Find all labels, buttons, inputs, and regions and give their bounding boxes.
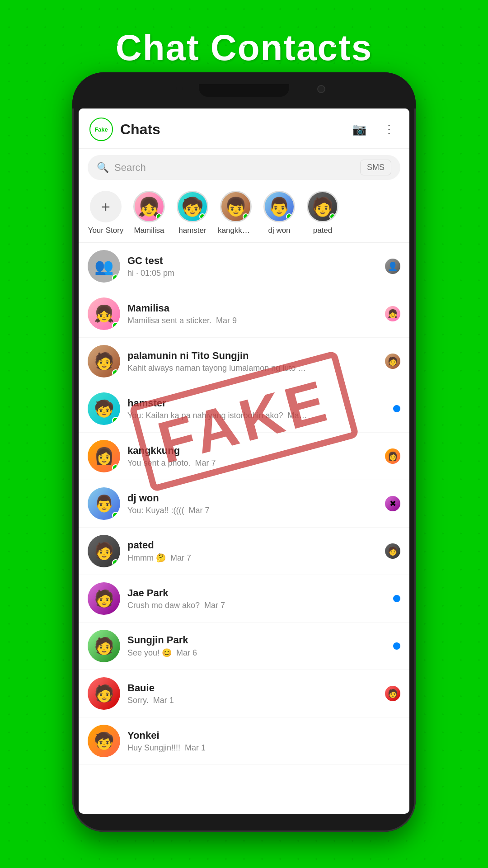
chat-preview: You sent a photo. Mar 7: [127, 458, 308, 468]
story-avatar-mamilisa: 👧: [133, 191, 165, 222]
chat-avatar-palamunin: 🧑: [88, 345, 120, 377]
online-indicator: [243, 213, 249, 220]
online-indicator: [156, 213, 162, 220]
chat-thumb: 🧑: [385, 686, 400, 701]
chat-meta: 🧑: [385, 354, 400, 369]
chat-info-yonkei: Yonkei Huy Sungjin!!!! Mar 1: [127, 730, 397, 753]
app-logo: Fake: [89, 118, 113, 141]
menu-icon[interactable]: ⋮: [380, 120, 399, 139]
story-item-dj-won[interactable]: 👨 dj won: [261, 191, 297, 235]
chat-thumb: 👧: [385, 306, 400, 321]
chat-info-kangkkung: kangkkung You sent a photo. Mar 7: [127, 445, 381, 468]
chat-item-mamilisa[interactable]: 👧 Mamilisa Mamilisa sent a sticker. Mar …: [79, 290, 409, 338]
chat-info-mamilisa: Mamilisa Mamilisa sent a sticker. Mar 9: [127, 302, 381, 326]
story-item-pated[interactable]: 🧑 pated: [305, 191, 341, 235]
story-label-pated: pated: [305, 226, 341, 235]
chat-thumb: ✖: [385, 496, 400, 511]
phone-frame: Fake Chats 📷 ⋮ 🔍 Search SMS + Your Story: [72, 72, 416, 832]
chat-info-hamster: hamster You: Kailan ka pa nahiyang istor…: [127, 397, 389, 420]
chat-item-pated[interactable]: 🧑 pated Hmmm 🤔 Mar 7 🧑: [79, 528, 409, 575]
online-dot: [112, 512, 119, 519]
chat-name: GC test: [127, 255, 381, 267]
chat-meta: [393, 405, 400, 412]
add-story-button[interactable]: +: [90, 191, 122, 222]
chat-name: Mamilisa: [127, 302, 381, 314]
chat-thumb: 🧑: [385, 354, 400, 369]
story-label-kangkkung: kangkkung: [218, 226, 254, 235]
chat-avatar-mamilisa: 👧: [88, 297, 120, 330]
chat-item-hamster[interactable]: 🧒 hamster You: Kailan ka pa nahiyang ist…: [79, 385, 409, 433]
chat-item-jae-park[interactable]: 🧑 Jae Park Crush mo daw ako? Mar 7: [79, 575, 409, 623]
search-icon: 🔍: [97, 162, 109, 174]
story-item-mamilisa[interactable]: 👧 Mamilisa: [131, 191, 167, 235]
unread-indicator: [393, 405, 400, 412]
story-avatar-kangkkung: 👦: [220, 191, 252, 222]
chat-preview: Huy Sungjin!!!! Mar 1: [127, 743, 308, 753]
sms-badge[interactable]: SMS: [360, 160, 391, 175]
chat-avatar-kangkkung: 👩: [88, 440, 120, 472]
chat-item-palamunin[interactable]: 🧑 palamunin ni Tito Sungjin Kahit always…: [79, 338, 409, 385]
chat-name: pated: [127, 539, 381, 551]
camera-icon[interactable]: 📷: [350, 120, 369, 139]
notch-bar: [199, 84, 289, 97]
chat-item-dj-won[interactable]: 👨 dj won You: Kuya!! :(((( Mar 7 ✖: [79, 480, 409, 528]
unread-indicator: [393, 595, 400, 602]
chat-meta: 👩: [385, 448, 400, 464]
chat-item-gc-test[interactable]: 👥 GC test hi · 01:05 pm 👤: [79, 243, 409, 290]
chat-preview: Sorry. Mar 1: [127, 696, 308, 705]
chat-avatar-sungjin-park: 🧑: [88, 630, 120, 662]
chat-preview: See you! 😊 Mar 6: [127, 648, 308, 658]
chat-item-sungjin-park[interactable]: 🧑 Sungjin Park See you! 😊 Mar 6: [79, 623, 409, 670]
chat-meta: 👧: [385, 306, 400, 321]
chat-preview: You: Kailan ka pa nahiyang istorbohin ak…: [127, 411, 308, 420]
chat-preview: You: Kuya!! :(((( Mar 7: [127, 506, 308, 515]
search-bar[interactable]: 🔍 Search SMS: [88, 155, 400, 180]
chat-thumb: 👩: [385, 448, 400, 464]
chat-item-yonkei[interactable]: 🧒 Yonkei Huy Sungjin!!!! Mar 1: [79, 717, 409, 765]
chat-list: 👥 GC test hi · 01:05 pm 👤: [79, 243, 409, 765]
chat-meta: 🧑: [385, 543, 400, 559]
online-dot: [112, 464, 119, 472]
online-indicator: [329, 213, 336, 220]
chat-meta: [393, 595, 400, 602]
header-icons: 📷 ⋮: [350, 120, 399, 139]
story-item-your-story[interactable]: + Your Story: [88, 191, 124, 235]
chat-preview: Crush mo daw ako? Mar 7: [127, 601, 308, 610]
page-background: Chat Contacts Fake Chats 📷 ⋮ 🔍 Search SM…: [0, 0, 488, 87]
chat-avatar-yonkei: 🧒: [88, 725, 120, 757]
chat-meta: 👤: [385, 259, 400, 274]
story-label-dj-won: dj won: [261, 226, 297, 235]
chat-preview: Kahit always naman tayong lumalamon ng l…: [127, 363, 308, 373]
chat-meta: ✖: [385, 496, 400, 511]
chat-name: palamunin ni Tito Sungjin: [127, 350, 381, 362]
chat-avatar-jae-park: 🧑: [88, 582, 120, 615]
chat-info-dj-won: dj won You: Kuya!! :(((( Mar 7: [127, 492, 381, 515]
phone-notch: [72, 72, 416, 108]
chat-thumb: 🧑: [385, 543, 400, 559]
stories-row: + Your Story 👧 Mamilisa 🧒: [79, 186, 409, 243]
chat-meta: 🧑: [385, 686, 400, 701]
online-indicator: [199, 213, 206, 220]
chat-name: Bauie: [127, 682, 381, 694]
story-avatar-dj-won: 👨: [263, 191, 295, 222]
chat-info-bauie: Bauie Sorry. Mar 1: [127, 682, 381, 705]
story-item-kangkkung[interactable]: 👦 kangkkung: [218, 191, 254, 235]
chat-info-gc-test: GC test hi · 01:05 pm: [127, 255, 381, 278]
your-story-label: Your Story: [88, 226, 124, 235]
online-dot: [112, 559, 119, 566]
story-item-hamster[interactable]: 🧒 hamster: [174, 191, 211, 235]
app-header: Fake Chats 📷 ⋮: [79, 108, 409, 149]
online-dot: [112, 369, 119, 377]
chat-preview: hi · 01:05 pm: [127, 269, 308, 278]
app-title: Chats: [120, 121, 350, 138]
chat-name: kangkkung: [127, 445, 381, 457]
chat-info-sungjin-park: Sungjin Park See you! 😊 Mar 6: [127, 634, 389, 658]
chat-info-pated: pated Hmmm 🤔 Mar 7: [127, 539, 381, 563]
chat-avatar-pated: 🧑: [88, 535, 120, 567]
online-indicator: [286, 213, 292, 220]
chat-thumb: 👤: [385, 259, 400, 274]
chat-item-kangkkung[interactable]: 👩 kangkkung You sent a photo. Mar 7 👩: [79, 433, 409, 480]
chat-item-bauie[interactable]: 🧑 Bauie Sorry. Mar 1 🧑: [79, 670, 409, 717]
chat-name: Sungjin Park: [127, 634, 389, 646]
chat-avatar-hamster: 🧒: [88, 392, 120, 425]
